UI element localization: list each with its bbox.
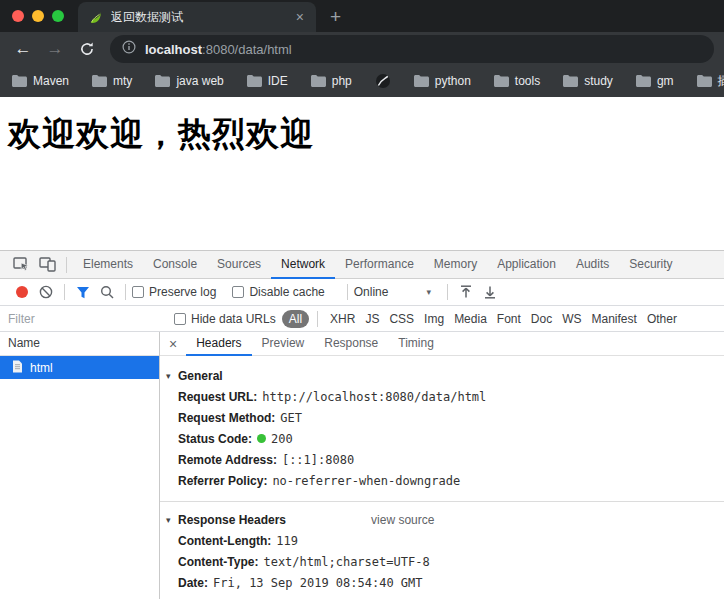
detail-tab-headers[interactable]: Headers bbox=[186, 332, 251, 356]
request-row-html[interactable]: html bbox=[0, 356, 159, 379]
window-controls bbox=[0, 0, 78, 32]
folder-icon bbox=[636, 75, 651, 87]
bookmark-folder-maven[interactable]: Maven bbox=[12, 74, 69, 88]
bookmark-folder-ide[interactable]: IDE bbox=[247, 74, 288, 88]
general-section-header[interactable]: ▾ General bbox=[160, 365, 724, 387]
devtools-tab-audits[interactable]: Audits bbox=[566, 251, 619, 279]
bookmark-label: python bbox=[435, 74, 471, 88]
header-line-remote-address: Remote Address:[::1]:8080 bbox=[160, 450, 724, 471]
preserve-log-checkbox[interactable]: Preserve log bbox=[132, 285, 216, 299]
bookmark-label: 插件 bbox=[718, 73, 724, 90]
view-source-link[interactable]: view source bbox=[371, 513, 434, 527]
request-name: html bbox=[30, 361, 53, 375]
type-filter-manifest[interactable]: Manifest bbox=[592, 312, 637, 326]
export-har-icon[interactable] bbox=[478, 281, 502, 303]
tab-close-icon[interactable]: × bbox=[294, 10, 306, 24]
type-filter-img[interactable]: Img bbox=[424, 312, 444, 326]
clear-network-log-icon[interactable] bbox=[34, 281, 58, 303]
new-tab-button[interactable]: + bbox=[330, 7, 341, 26]
devtools-tab-network[interactable]: Network bbox=[271, 251, 335, 279]
type-filter-css[interactable]: CSS bbox=[389, 312, 414, 326]
devtools-tab-memory[interactable]: Memory bbox=[424, 251, 487, 279]
tab-strip: 返回数据测试 × + bbox=[0, 0, 724, 32]
triangle-down-icon: ▾ bbox=[166, 515, 178, 525]
tab-title: 返回数据测试 bbox=[111, 9, 286, 26]
bookmark-folder-plugins[interactable]: 插件 bbox=[697, 73, 724, 90]
device-toolbar-icon[interactable] bbox=[34, 253, 60, 277]
detail-tab-timing[interactable]: Timing bbox=[388, 332, 444, 356]
header-value: no-referrer-when-downgrade bbox=[272, 474, 460, 488]
header-line-request-url: Request URL:http://localhost:8080/data/h… bbox=[160, 387, 724, 408]
devtools-tab-elements[interactable]: Elements bbox=[73, 251, 143, 279]
record-network-log-button[interactable] bbox=[10, 281, 34, 303]
devtools-tab-performance[interactable]: Performance bbox=[335, 251, 424, 279]
filter-funnel-icon[interactable] bbox=[71, 281, 95, 303]
type-filter-js[interactable]: JS bbox=[365, 312, 379, 326]
header-key: Date: bbox=[178, 576, 208, 590]
separator bbox=[447, 284, 448, 300]
throttling-dropdown[interactable]: Online ▾ bbox=[354, 285, 431, 299]
separator bbox=[125, 284, 126, 300]
devtools-tab-security[interactable]: Security bbox=[619, 251, 682, 279]
search-icon[interactable] bbox=[95, 281, 119, 303]
type-filter-all[interactable]: All bbox=[282, 310, 309, 328]
bookmark-label: gm bbox=[657, 74, 674, 88]
navigation-bar: ← → localhost:8080/data/html bbox=[0, 32, 724, 65]
type-filter-other[interactable]: Other bbox=[647, 312, 677, 326]
separator bbox=[347, 284, 348, 300]
bookmark-folder-java-web[interactable]: java web bbox=[155, 74, 223, 88]
chevron-down-icon: ▾ bbox=[426, 287, 431, 297]
folder-icon bbox=[697, 75, 712, 87]
header-key: Referrer Policy: bbox=[178, 474, 267, 488]
requests-list: Name html bbox=[0, 332, 160, 599]
header-value: 119 bbox=[276, 534, 298, 548]
close-detail-icon[interactable]: × bbox=[160, 336, 186, 352]
detail-tab-preview[interactable]: Preview bbox=[252, 332, 315, 356]
detail-tab-response[interactable]: Response bbox=[314, 332, 388, 356]
back-button[interactable]: ← bbox=[10, 36, 36, 62]
bookmark-folder-php[interactable]: php bbox=[311, 74, 352, 88]
bookmark-folder-study[interactable]: study bbox=[563, 74, 613, 88]
devtools-tab-sources[interactable]: Sources bbox=[207, 251, 271, 279]
response-headers-section-title: Response Headers bbox=[178, 513, 286, 527]
import-har-icon[interactable] bbox=[454, 281, 478, 303]
type-filter-media[interactable]: Media bbox=[454, 312, 487, 326]
name-column-header[interactable]: Name bbox=[0, 332, 159, 356]
bookmark-folder-tools[interactable]: tools bbox=[494, 74, 540, 88]
type-filter-ws[interactable]: WS bbox=[562, 312, 581, 326]
type-filter-font[interactable]: Font bbox=[497, 312, 521, 326]
disable-cache-checkbox[interactable]: Disable cache bbox=[232, 285, 324, 299]
browser-window: 返回数据测试 × + ← → localhost:8080/data/html bbox=[0, 0, 724, 599]
info-icon[interactable] bbox=[122, 40, 136, 58]
response-headers-section-header[interactable]: ▾ Response Headers view source bbox=[160, 509, 724, 531]
checkbox-icon bbox=[232, 286, 244, 298]
type-filter-doc[interactable]: Doc bbox=[531, 312, 552, 326]
bookmark-globe[interactable] bbox=[375, 73, 391, 89]
bookmark-label: tools bbox=[515, 74, 540, 88]
request-detail-panel: × Headers Preview Response Timing ▾ Gene… bbox=[160, 332, 724, 599]
inspect-element-icon[interactable] bbox=[8, 253, 34, 277]
minimize-window-button[interactable] bbox=[32, 10, 44, 22]
reload-button[interactable] bbox=[74, 36, 100, 62]
page-heading: 欢迎欢迎，热烈欢迎 bbox=[8, 112, 724, 157]
bookmark-folder-mty[interactable]: mty bbox=[92, 74, 132, 88]
general-section-title: General bbox=[178, 369, 223, 383]
devtools-tab-application[interactable]: Application bbox=[487, 251, 566, 279]
browser-tab-active[interactable]: 返回数据测试 × bbox=[78, 2, 316, 32]
close-window-button[interactable] bbox=[12, 10, 24, 22]
filter-input[interactable] bbox=[8, 312, 160, 326]
fullscreen-window-button[interactable] bbox=[52, 10, 64, 22]
headers-pane: ▾ General Request URL:http://localhost:8… bbox=[160, 356, 724, 599]
bookmark-label: php bbox=[332, 74, 352, 88]
address-bar[interactable]: localhost:8080/data/html bbox=[110, 35, 714, 63]
bookmark-folder-python[interactable]: python bbox=[414, 74, 471, 88]
folder-icon bbox=[247, 75, 262, 87]
bookmark-folder-gm[interactable]: gm bbox=[636, 74, 674, 88]
throttling-value: Online bbox=[354, 285, 389, 299]
preserve-log-label: Preserve log bbox=[149, 285, 216, 299]
forward-button[interactable]: → bbox=[42, 36, 68, 62]
hide-data-urls-checkbox[interactable]: Hide data URLs bbox=[174, 312, 276, 326]
type-filter-xhr[interactable]: XHR bbox=[330, 312, 355, 326]
hide-data-urls-label: Hide data URLs bbox=[191, 312, 276, 326]
devtools-tab-console[interactable]: Console bbox=[143, 251, 207, 279]
